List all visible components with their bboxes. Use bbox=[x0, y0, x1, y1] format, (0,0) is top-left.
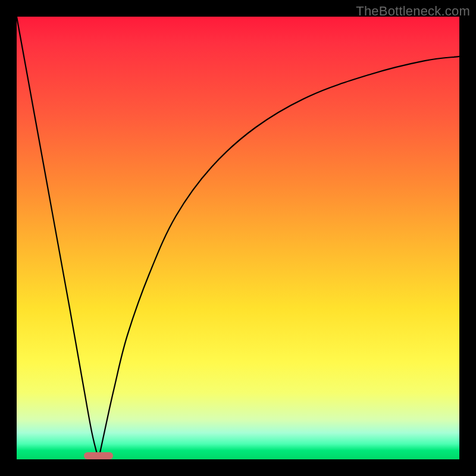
bottleneck-curve bbox=[17, 17, 459, 459]
chart-frame: TheBottleneck.com bbox=[0, 0, 476, 476]
curve-left-branch bbox=[17, 17, 99, 459]
minimum-marker bbox=[84, 452, 112, 459]
curve-right-branch bbox=[99, 57, 459, 459]
plot-area bbox=[17, 17, 459, 459]
watermark-text: TheBottleneck.com bbox=[356, 4, 470, 19]
